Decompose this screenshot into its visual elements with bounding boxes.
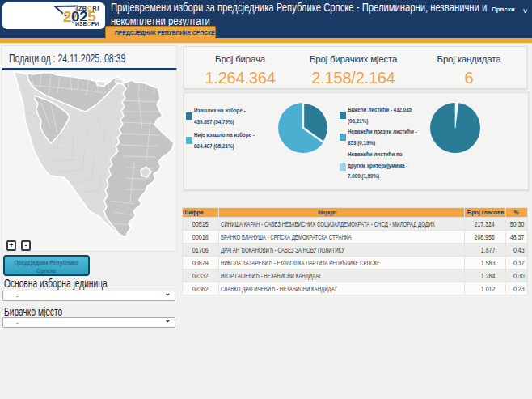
svg-text:ИЗБОРИ: ИЗБОРИ [75,21,99,27]
